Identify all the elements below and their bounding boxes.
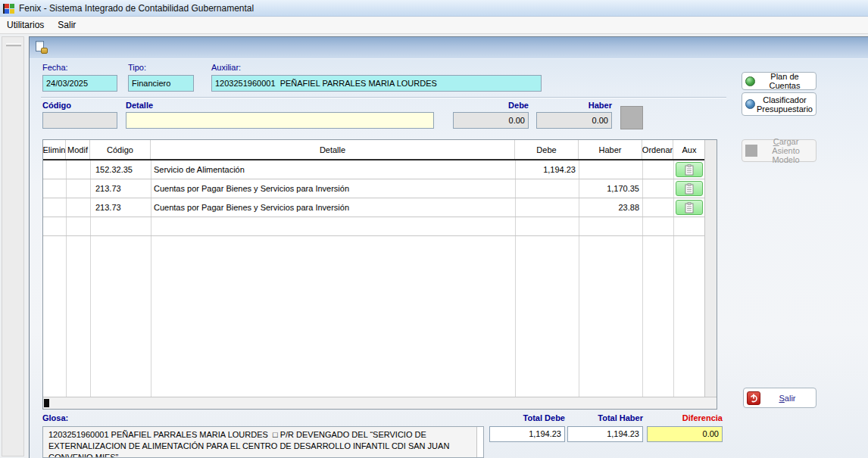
cell-haber xyxy=(579,217,642,235)
glosa-textarea[interactable]: 1203251960001 PEÑAFIEL PARRALES MARIA LO… xyxy=(42,426,484,458)
auxiliar-label: Auxiliar: xyxy=(211,63,241,72)
cell-codigo xyxy=(90,217,151,235)
cell-modif xyxy=(66,217,90,235)
cargar-asiento-label: Cargar Asiento Modelo xyxy=(759,137,813,164)
debe-input[interactable]: 0.00 xyxy=(453,112,529,129)
cell-elimin xyxy=(43,198,66,217)
table-row[interactable]: 213.73Cuentas por Pagar Bienes y Servici… xyxy=(43,198,705,217)
gray-square-button[interactable] xyxy=(620,106,643,129)
cell-ordenar xyxy=(642,160,673,179)
table-row-empty xyxy=(43,217,705,236)
cell-aux xyxy=(673,198,705,217)
clipboard-icon xyxy=(685,202,694,213)
cell-haber xyxy=(579,160,642,179)
table-header-row: EliminModifCódigoDetalleDebeHaberOrdenar… xyxy=(43,140,705,160)
tipo-label: Tipo: xyxy=(128,63,146,72)
glosa-scrollbar[interactable] xyxy=(476,427,483,457)
column-header-modif[interactable]: Modif xyxy=(66,140,90,159)
column-header-aux[interactable]: Aux xyxy=(673,140,705,159)
aux-button[interactable] xyxy=(676,181,703,196)
cell-aux xyxy=(673,160,705,179)
total-debe-label: Total Debe xyxy=(489,413,565,422)
cell-codigo: 213.73 xyxy=(90,179,151,198)
cell-detalle xyxy=(151,217,515,235)
table-row[interactable]: 152.32.35Servicio de Alimentación1,194.2… xyxy=(43,160,705,179)
haber-label: Haber xyxy=(536,101,612,110)
cell-detalle: Cuentas por Pagar Bienes y Servicios par… xyxy=(151,198,515,217)
title-bar: Fenix - Sistema Integrado de Contabilida… xyxy=(0,0,868,17)
menu-utilitarios[interactable]: Utilitarios xyxy=(0,17,51,33)
cargar-asiento-modelo-button[interactable]: Cargar Asiento Modelo xyxy=(742,139,816,162)
salir-button[interactable]: Salir xyxy=(743,388,816,408)
cell-detalle: Servicio de Alimentación xyxy=(151,160,515,179)
scrollbar-thumb[interactable] xyxy=(44,399,49,407)
cell-elimin xyxy=(43,160,66,179)
power-icon xyxy=(747,391,760,405)
menu-salir[interactable]: Salir xyxy=(51,17,83,33)
entries-table: EliminModifCódigoDetalleDebeHaberOrdenar… xyxy=(42,139,717,410)
total-debe-value: 1,194.23 xyxy=(489,426,565,442)
detalle-label: Detalle xyxy=(126,101,153,110)
column-header-ordenar[interactable]: Ordenar xyxy=(642,140,673,159)
column-header-codigo[interactable]: Código xyxy=(90,140,151,159)
separator-line xyxy=(41,97,726,98)
table-grid: EliminModifCódigoDetalleDebeHaberOrdenar… xyxy=(43,140,705,397)
cell-debe: 1,194.23 xyxy=(515,160,579,179)
cell-modif xyxy=(66,160,90,179)
tipo-field[interactable]: Financiero xyxy=(128,75,194,92)
cell-modif xyxy=(66,198,90,217)
cell-ordenar xyxy=(642,217,673,235)
debe-label: Debe xyxy=(453,101,529,110)
cell-aux xyxy=(673,179,705,198)
codigo-input[interactable] xyxy=(42,112,117,129)
cell-haber: 1,170.35 xyxy=(579,179,642,198)
column-header-detalle[interactable]: Detalle xyxy=(151,140,515,159)
cell-codigo: 152.32.35 xyxy=(90,160,151,179)
vertical-scrollbar[interactable] xyxy=(704,140,717,397)
plan-de-cuentas-button[interactable]: Plan de Cuentas xyxy=(742,72,816,90)
cell-elimin xyxy=(43,179,66,198)
cell-aux xyxy=(673,217,705,235)
diferencia-label: Diferencia xyxy=(647,413,723,422)
total-haber-label: Total Haber xyxy=(567,413,643,422)
column-header-debe[interactable]: Debe xyxy=(515,140,579,159)
plan-de-cuentas-label: Plan de Cuentas xyxy=(757,72,813,90)
fecha-field[interactable]: 24/03/2025 xyxy=(42,75,117,92)
glosa-label: Glosa: xyxy=(42,413,68,422)
diferencia-value: 0.00 xyxy=(647,426,723,442)
auxiliar-field[interactable]: 1203251960001 PEÑAFIEL PARRALES MARIA LO… xyxy=(211,75,542,92)
cell-elimin xyxy=(43,217,66,235)
aux-button[interactable] xyxy=(676,200,703,215)
copy-document-icon[interactable] xyxy=(35,41,48,55)
menu-bar: Utilitarios Salir xyxy=(0,17,868,34)
cell-modif xyxy=(66,179,90,198)
column-header-haber[interactable]: Haber xyxy=(579,140,642,159)
panel-toolbar xyxy=(30,37,868,59)
gray-square-icon xyxy=(745,145,757,157)
clipboard-icon xyxy=(685,164,694,176)
salir-label: Salir xyxy=(762,394,813,403)
blue-sphere-icon xyxy=(745,99,755,109)
cell-haber: 23.88 xyxy=(579,198,642,217)
cell-debe xyxy=(515,217,579,235)
window-title: Fenix - Sistema Integrado de Contabilida… xyxy=(19,3,254,14)
cell-detalle: Cuentas por Pagar Bienes y Servicios par… xyxy=(151,179,515,198)
cell-ordenar xyxy=(642,198,673,217)
side-splitter[interactable] xyxy=(2,36,24,456)
horizontal-scrollbar[interactable] xyxy=(43,397,717,409)
table-row[interactable]: 213.73Cuentas por Pagar Bienes y Servici… xyxy=(43,179,705,198)
column-header-elimin[interactable]: Elimin xyxy=(43,140,66,159)
total-haber-value: 1,194.23 xyxy=(567,426,643,442)
clasificador-presupuestario-button[interactable]: Clasificador Presupuestario xyxy=(742,92,816,116)
cell-codigo: 213.73 xyxy=(90,198,151,217)
aux-button[interactable] xyxy=(676,162,703,177)
haber-input[interactable]: 0.00 xyxy=(536,112,612,129)
splitter-grip-icon xyxy=(6,43,21,46)
clipboard-icon xyxy=(685,183,694,195)
green-sphere-icon xyxy=(745,76,755,86)
fecha-label: Fecha: xyxy=(42,63,68,72)
application-window: Fenix - Sistema Integrado de Contabilida… xyxy=(0,0,868,458)
cell-debe xyxy=(515,179,579,198)
detalle-input[interactable] xyxy=(126,112,434,129)
codigo-label: Código xyxy=(42,101,71,110)
